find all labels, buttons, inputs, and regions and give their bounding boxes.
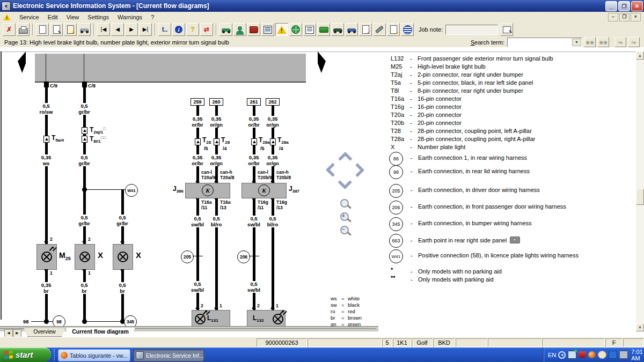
- tab-scroll-left-button[interactable]: ◀: [4, 329, 13, 337]
- customer-button[interactable]: [233, 23, 246, 36]
- menu-settings[interactable]: Settings: [83, 13, 113, 21]
- network-icon[interactable]: [568, 351, 576, 359]
- warnings-button[interactable]: !: [275, 23, 288, 36]
- wire-label: 0,35or/gn: [261, 154, 284, 166]
- last-page-button[interactable]: ▶|: [139, 23, 152, 36]
- zoom-in-icon[interactable]: +: [340, 212, 349, 221]
- previous-page-icon: ◀: [115, 27, 120, 32]
- quick-launch-grip[interactable]: [54, 349, 56, 360]
- pan-right-arrow-icon[interactable]: [350, 163, 364, 176]
- menu-service[interactable]: Service: [15, 13, 43, 21]
- toolbar-separator: [155, 24, 156, 35]
- vehicle-button[interactable]: [78, 23, 91, 36]
- messenger-icon[interactable]: [598, 351, 606, 359]
- mdi-minimize-button[interactable]: –: [608, 13, 618, 21]
- tools-button[interactable]: [373, 23, 386, 36]
- find-next-button[interactable]: ◉◉: [584, 37, 596, 47]
- wire-label: 0,5gr/br: [72, 215, 96, 226]
- legend-circle-205: 205: [389, 184, 403, 198]
- pin-arrow-icon: [195, 305, 200, 309]
- scroll-up-button[interactable]: ▲: [636, 51, 644, 60]
- goto-next-hit-button[interactable]: ≡▸: [614, 37, 626, 47]
- status-cell: [623, 338, 643, 347]
- find-previous-button[interactable]: ◉◉: [597, 37, 609, 47]
- display-icon[interactable]: [619, 351, 628, 359]
- transfer-button[interactable]: ⇄: [200, 23, 213, 36]
- service-vehicle-button[interactable]: [219, 23, 232, 36]
- next-page-arrow-icon[interactable]: [318, 51, 326, 73]
- menu-warnings[interactable]: Warnings: [113, 13, 147, 21]
- legend-row: M25-High-level brake light bulb: [391, 63, 486, 70]
- first-page-button[interactable]: |◀: [97, 23, 110, 36]
- close-button[interactable]: ✕: [631, 1, 643, 11]
- document-list-button[interactable]: [261, 23, 274, 36]
- scrollbar-thumb[interactable]: [636, 189, 644, 205]
- earth-tick: [249, 256, 259, 256]
- vehicle-info-button[interactable]: [345, 23, 358, 36]
- hide-icons-button[interactable]: ◂: [558, 351, 566, 359]
- previous-page-arrow-icon[interactable]: [18, 51, 26, 73]
- firefox-tray-icon[interactable]: [588, 351, 596, 358]
- previous-page-button[interactable]: ◀: [111, 23, 124, 36]
- zoom-out-icon[interactable]: −: [340, 226, 349, 234]
- exit-button[interactable]: ✗: [3, 23, 16, 36]
- taskbar-item-esis[interactable]: Electronic Service Inf...: [133, 349, 204, 361]
- mdi-restore-button[interactable]: ❐: [619, 13, 630, 21]
- globe-button[interactable]: [289, 23, 302, 36]
- language-indicator[interactable]: EN: [548, 352, 556, 358]
- new-document-button[interactable]: [36, 23, 49, 36]
- next-page-button[interactable]: ▶: [125, 23, 138, 36]
- legend-row: X-Number plate light: [391, 144, 465, 150]
- parts-box-button[interactable]: [303, 23, 316, 36]
- tab-overview[interactable]: Overview: [24, 328, 65, 337]
- pin-arrow-icon: [214, 198, 218, 202]
- wire-label: 0,35ws: [34, 154, 58, 166]
- note-document-button[interactable]: ★: [64, 23, 77, 36]
- vehicle-data-button[interactable]: [331, 23, 344, 36]
- edit-document-button[interactable]: ✎: [50, 23, 63, 36]
- legend-row: -Only models with parking aid: [411, 276, 494, 283]
- menu-edit[interactable]: Edit: [43, 13, 62, 21]
- antivirus-shield-icon[interactable]: [579, 351, 586, 358]
- start-button[interactable]: start: [0, 348, 51, 362]
- menu-view[interactable]: View: [62, 13, 84, 21]
- search-combobox[interactable]: ▼: [507, 38, 582, 47]
- legend-scrollbar[interactable]: ▲ ▼: [636, 51, 644, 331]
- toolbar: ✗ ✎ ★ |◀ ◀ ▶ ▶| t.. i ? ⇄ ! ✓ ● Job note…: [0, 22, 644, 37]
- taskbar-item-browser[interactable]: Tablou sigurante - vw...: [58, 349, 130, 361]
- info-button[interactable]: i: [172, 23, 185, 36]
- manuals-button[interactable]: [247, 23, 260, 36]
- wire-label: 0,5bl/ro: [261, 216, 284, 227]
- legend-row: T5a-5-pin connector, black, in rear left…: [391, 79, 533, 86]
- print-button[interactable]: [17, 23, 30, 36]
- checklist-button[interactable]: ✓: [359, 23, 372, 36]
- minimize-button[interactable]: _: [605, 1, 617, 11]
- suggestion-button[interactable]: ●: [387, 23, 400, 36]
- update-icon[interactable]: [609, 351, 617, 359]
- restore-button[interactable]: ❐: [618, 1, 630, 11]
- job-note-input[interactable]: [445, 25, 498, 35]
- help-button[interactable]: ?: [186, 23, 199, 36]
- zoom-area-icon[interactable]: [340, 199, 349, 208]
- combo-dropdown-icon[interactable]: ▼: [572, 39, 581, 46]
- job-note-label: Job note:: [419, 26, 443, 33]
- online-button[interactable]: [401, 23, 414, 36]
- component-button[interactable]: [317, 23, 330, 36]
- tab-current-flow-diagram[interactable]: Current flow diagram: [65, 328, 135, 337]
- search-label: Search term:: [471, 39, 504, 46]
- pan-down-arrow-icon[interactable]: [338, 175, 352, 189]
- tab-scroll-right-button[interactable]: ▶: [13, 329, 21, 337]
- legend-row: T20a-20-pin connector: [391, 112, 462, 118]
- t-button[interactable]: t..: [158, 23, 171, 36]
- mdi-close-button[interactable]: ×: [631, 13, 641, 21]
- wire-label: 0,5ro/sw: [34, 103, 58, 115]
- goto-previous-hit-button[interactable]: ≡▸: [628, 37, 640, 47]
- menu-help[interactable]: ?: [147, 13, 158, 21]
- job-note-properties-button[interactable]: ✎: [500, 23, 513, 36]
- start-label: start: [16, 350, 33, 359]
- app-icon: e: [2, 2, 11, 11]
- camera-icon[interactable]: [510, 237, 520, 243]
- pan-left-arrow-icon[interactable]: [326, 163, 339, 176]
- pan-up-arrow-icon[interactable]: [338, 152, 352, 165]
- bus-wire-lead: [46, 54, 46, 82]
